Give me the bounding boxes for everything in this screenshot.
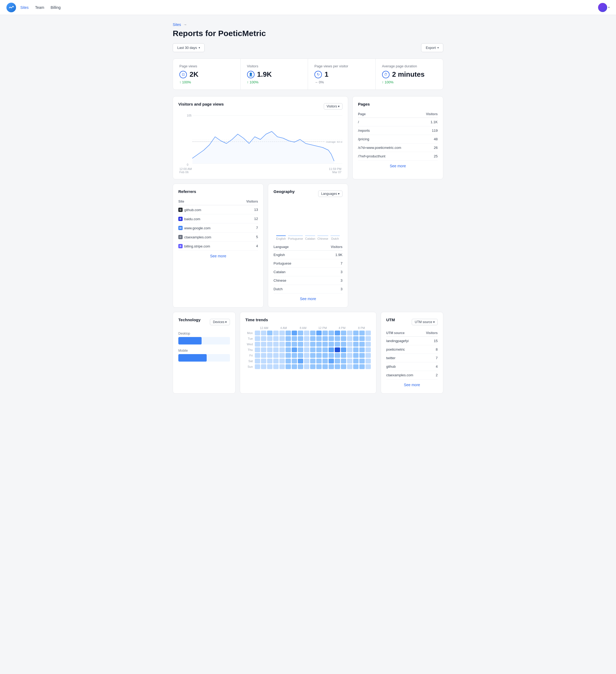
visitors-cell: 48 <box>421 135 438 143</box>
stat-page-views-value: 2K <box>190 70 198 79</box>
utm-title: UTM <box>386 318 395 322</box>
geography-dropdown[interactable]: Languages ▾ <box>318 191 342 197</box>
time-row: Tue <box>245 336 371 341</box>
time-cell <box>310 353 315 358</box>
bar-underline <box>330 235 340 236</box>
stat-pvpv-change: → 0% <box>314 80 369 84</box>
time-cell <box>298 342 303 347</box>
time-cell <box>316 353 322 358</box>
time-cell <box>310 364 315 369</box>
time-cell <box>304 347 309 352</box>
stat-visitors: Visitors 👤 1.9K ↑ 100% <box>241 59 308 90</box>
referrer-visitors-cell: 4 <box>237 242 258 251</box>
utm-see-more: See more <box>386 379 438 388</box>
language-cell: Dutch <box>274 285 315 294</box>
time-cell <box>316 364 322 369</box>
time-row: Wed <box>245 342 371 347</box>
time-cell <box>279 347 285 352</box>
time-cell <box>279 336 285 341</box>
bar-label: Chinese <box>317 235 328 240</box>
chart-x-labels: 12:00 AMFeb 06 11:59 PMMar 07 <box>178 167 342 174</box>
geography-card: Geography Languages ▾ EnglishPortugueseC… <box>268 184 348 308</box>
visitors-cell: 25 <box>421 152 438 160</box>
geography-col-visitors: Visitors <box>315 243 342 251</box>
referrer-visitors-cell: 5 <box>237 232 258 242</box>
time-cell <box>255 331 260 335</box>
time-cell <box>316 347 322 352</box>
export-label: Export <box>426 46 436 50</box>
time-cell <box>341 364 346 369</box>
geo-visitors-cell: 1.9K <box>315 251 342 259</box>
table-row: landingpagefyi15 <box>386 337 438 345</box>
bar-label: Catalan <box>305 235 315 240</box>
nav-link-billing[interactable]: Billing <box>50 5 61 10</box>
time-cell <box>329 353 334 358</box>
time-cell <box>366 364 371 369</box>
stat-visitors-label: Visitors <box>247 64 302 68</box>
time-cell <box>255 353 260 358</box>
technology-dropdown[interactable]: Devices ▾ <box>210 319 230 325</box>
table-row: twitter7 <box>386 354 438 362</box>
breadcrumb-sites-link[interactable]: Sites <box>173 22 181 27</box>
referrers-see-more-link[interactable]: See more <box>210 254 226 258</box>
referrers-title: Referrers <box>178 189 258 194</box>
utm-dropdown[interactable]: UTM source ▾ <box>412 319 438 325</box>
nav-link-team[interactable]: Team <box>35 5 44 10</box>
stat-duration-value-row: ⏱ 2 minutes <box>382 70 437 79</box>
time-cell <box>286 331 291 335</box>
avatar[interactable] <box>598 3 607 12</box>
nav-link-sites[interactable]: Sites <box>20 5 29 10</box>
utm-see-more-link[interactable]: See more <box>404 383 420 387</box>
time-cell <box>335 359 340 363</box>
date-range-button[interactable]: Last 30 days ▾ <box>173 43 205 52</box>
bar-underline <box>276 235 286 236</box>
time-cell <box>341 359 346 363</box>
time-cell <box>335 331 340 335</box>
utm-visitors-cell: 2 <box>422 371 438 379</box>
time-cell <box>298 331 303 335</box>
table-row: github4 <box>386 362 438 371</box>
time-cell <box>322 353 328 358</box>
time-cell <box>273 342 279 347</box>
tech-bar-fill <box>178 337 202 344</box>
utm-visitors-cell: 4 <box>422 362 438 371</box>
geography-title: Geography <box>274 189 295 194</box>
time-cell <box>329 359 334 363</box>
technology-card: Technology Devices ▾ Desktop Mobile <box>173 312 235 394</box>
time-cell <box>353 347 358 352</box>
logo[interactable] <box>6 3 16 12</box>
technology-bars: Desktop Mobile <box>178 330 230 364</box>
time-cell <box>273 336 279 341</box>
chart-dropdown[interactable]: Visitors ▾ <box>324 103 342 110</box>
time-cell <box>353 359 358 363</box>
utm-col-visitors: Visitors <box>422 330 438 337</box>
time-cell <box>341 353 346 358</box>
time-col-label: 4 AM <box>274 326 293 330</box>
geo-visitors-cell: 3 <box>315 276 342 285</box>
utm-table: UTM source Visitors landingpagefyi15poet… <box>386 330 438 379</box>
time-cell <box>322 336 328 341</box>
time-cell <box>366 353 371 358</box>
pages-col-visitors: Visitors <box>421 111 438 118</box>
visitors-chart-card: Visitors and page views Visitors ▾ 105 0… <box>173 96 348 179</box>
time-cell <box>341 342 346 347</box>
time-cell <box>273 364 279 369</box>
time-cells <box>255 359 371 363</box>
stat-visitors-change: ↑ 100% <box>247 80 302 84</box>
time-cell <box>267 359 273 363</box>
tech-item: Mobile <box>178 349 230 362</box>
export-button[interactable]: Export ▾ <box>421 43 443 52</box>
pages-see-more-link[interactable]: See more <box>390 164 406 168</box>
stat-page-views-label: Page views <box>179 64 234 68</box>
time-cell <box>310 336 315 341</box>
page-title: Reports for PoeticMetric <box>173 29 443 38</box>
utm-visitors-cell: 7 <box>422 354 438 362</box>
referrers-table: Site Visitors G github.com 13 B baidu.co… <box>178 198 258 251</box>
chart-x-end: 11:59 PMMar 07 <box>329 167 341 174</box>
time-cell <box>286 359 291 363</box>
geography-see-more-link[interactable]: See more <box>300 297 316 301</box>
time-row-label: Sat <box>245 359 254 363</box>
referrers-col-visitors: Visitors <box>237 198 258 205</box>
table-row: /1.1K <box>358 118 438 126</box>
time-cell <box>304 342 309 347</box>
